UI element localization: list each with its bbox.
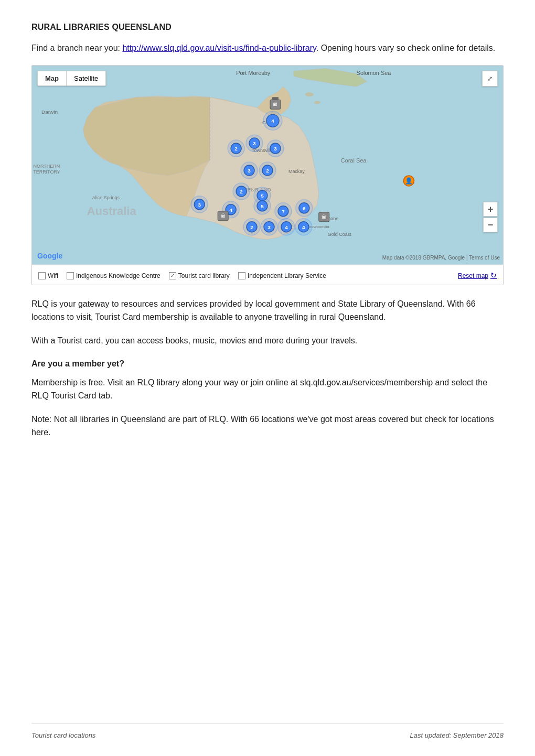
- svg-text:3: 3: [253, 141, 256, 146]
- map-type-controls[interactable]: Map Satellite: [37, 71, 106, 86]
- svg-text:2: 2: [234, 146, 238, 152]
- svg-text:3: 3: [274, 146, 277, 152]
- wifi-checkbox[interactable]: [38, 272, 46, 279]
- footer-right: Last updated: September 2018: [410, 730, 504, 741]
- intro-paragraph: Find a branch near you: http://www.slq.q…: [31, 42, 504, 55]
- svg-text:🏛: 🏛: [322, 214, 326, 220]
- svg-text:4: 4: [271, 118, 274, 124]
- svg-text:5: 5: [261, 203, 264, 209]
- ik-label: Indigenous Knowledge Centre: [76, 271, 160, 280]
- svg-text:4: 4: [229, 207, 232, 213]
- map-container[interactable]: Port Moresby Solomon Sea Darwin NORTHERN…: [31, 65, 504, 285]
- footer-left: Tourist card locations: [31, 730, 95, 741]
- reset-map-label: Reset map: [458, 271, 488, 280]
- map-type-map-btn[interactable]: Map: [38, 71, 67, 85]
- map-svg: Port Moresby Solomon Sea Darwin NORTHERN…: [32, 66, 503, 265]
- svg-text:3: 3: [198, 202, 201, 208]
- zoom-in-btn[interactable]: +: [483, 202, 498, 217]
- svg-text:6: 6: [303, 206, 306, 211]
- page-footer: Tourist card locations Last updated: Sep…: [31, 723, 504, 741]
- tourist-label: Tourist card library: [178, 271, 230, 280]
- map-zoom-controls[interactable]: + −: [483, 202, 498, 233]
- svg-text:TERRITORY: TERRITORY: [33, 169, 60, 175]
- member-paragraph-1: Membership is free. Visit an RLQ library…: [31, 376, 504, 403]
- svg-point-1: [305, 92, 314, 96]
- svg-text:👤: 👤: [405, 177, 413, 185]
- intro-text-before: Find a branch near you:: [31, 44, 122, 52]
- ik-checkbox[interactable]: [67, 272, 74, 279]
- svg-text:Mackay: Mackay: [288, 169, 305, 174]
- wifi-label: Wifi: [48, 271, 58, 280]
- map-type-satellite-btn[interactable]: Satellite: [67, 71, 105, 85]
- svg-text:3: 3: [248, 168, 251, 174]
- google-logo: Google: [37, 251, 62, 262]
- library-link[interactable]: http://www.slq.qld.gov.au/visit-us/find-…: [122, 44, 316, 52]
- legend-tourist[interactable]: ✓ Tourist card library: [169, 271, 230, 280]
- tourist-checkbox[interactable]: ✓: [169, 272, 176, 279]
- svg-text:Darwin: Darwin: [41, 109, 58, 115]
- map-fullscreen-btn[interactable]: ⤢: [482, 71, 498, 87]
- member-heading: Are you a member yet?: [31, 358, 504, 370]
- body-paragraph-2: With a Tourist card, you can access book…: [31, 334, 504, 348]
- svg-text:Alice Springs: Alice Springs: [92, 195, 120, 200]
- reset-map-btn[interactable]: Reset map ↻: [458, 270, 497, 281]
- independent-label: Independent Library Service: [248, 271, 326, 280]
- google-text: Google: [37, 252, 62, 260]
- svg-text:2: 2: [266, 168, 269, 174]
- svg-rect-72: [272, 97, 279, 100]
- svg-text:Australia: Australia: [87, 204, 137, 218]
- member-paragraph-2: Note: Not all libraries in Queensland ar…: [31, 413, 504, 439]
- map-legend: Wifi Indigenous Knowledge Centre ✓ Touri…: [32, 265, 503, 285]
- member-section: Are you a member yet? Membership is free…: [31, 358, 504, 439]
- legend-independent[interactable]: Independent Library Service: [238, 271, 326, 280]
- svg-text:3: 3: [268, 224, 271, 230]
- svg-point-2: [314, 101, 320, 104]
- svg-text:🏛: 🏛: [273, 102, 277, 107]
- map-inner[interactable]: Port Moresby Solomon Sea Darwin NORTHERN…: [32, 66, 503, 265]
- svg-text:Coral Sea: Coral Sea: [341, 157, 367, 164]
- svg-text:4: 4: [285, 224, 288, 230]
- map-attribution: Map data ©2018 GBRMPA, Google | Terms of…: [382, 254, 500, 262]
- svg-text:NORTHERN: NORTHERN: [34, 164, 60, 169]
- svg-text:Solomon Sea: Solomon Sea: [357, 70, 392, 76]
- body-paragraph-1: RLQ is your gateway to resources and ser…: [31, 298, 504, 324]
- zoom-out-btn[interactable]: −: [483, 218, 498, 232]
- svg-text:2: 2: [240, 189, 243, 195]
- legend-ik[interactable]: Indigenous Knowledge Centre: [67, 271, 160, 280]
- svg-text:Port Moresby: Port Moresby: [236, 70, 271, 76]
- svg-text:7: 7: [282, 209, 285, 214]
- legend-wifi[interactable]: Wifi: [38, 271, 58, 280]
- independent-checkbox[interactable]: [238, 272, 245, 279]
- reset-icon: ↻: [490, 270, 497, 281]
- svg-text:4: 4: [302, 224, 305, 230]
- svg-text:Gold Coast: Gold Coast: [328, 232, 351, 237]
- page-title: RURAL LIBRARIES QUEENSLAND: [31, 21, 504, 34]
- svg-text:2: 2: [250, 224, 253, 230]
- fullscreen-icon: ⤢: [487, 74, 493, 83]
- svg-text:🏛: 🏛: [221, 213, 226, 219]
- intro-text-after: . Opening hours vary so check online for…: [316, 44, 496, 52]
